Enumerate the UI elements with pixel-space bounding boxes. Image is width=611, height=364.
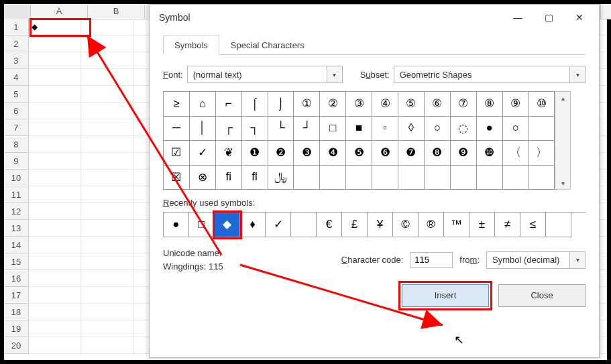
cell[interactable] [81, 253, 133, 270]
recent-symbol-cell[interactable]: ♦ [240, 213, 266, 237]
row-header[interactable]: 18 [4, 304, 29, 320]
symbol-cell[interactable]: ⑤ [398, 92, 425, 117]
cell[interactable] [29, 119, 81, 136]
symbol-cell[interactable]: ﬁ [216, 166, 242, 190]
cell[interactable] [29, 36, 81, 52]
insert-button[interactable]: Insert [402, 284, 489, 307]
row-header[interactable]: 11 [4, 186, 29, 203]
cell[interactable] [81, 69, 133, 86]
cell[interactable] [81, 320, 133, 337]
symbol-cell[interactable] [451, 166, 477, 190]
symbol-cell[interactable] [346, 166, 372, 190]
row-header[interactable]: 1 [4, 19, 29, 36]
dialog-titlebar[interactable]: Symbol — ▢ ✕ [150, 5, 599, 30]
row-header[interactable]: 8 [4, 136, 29, 153]
symbol-cell[interactable]: ③ [346, 92, 372, 117]
cell[interactable] [29, 304, 81, 320]
symbol-cell[interactable]: ⌡ [268, 92, 294, 117]
cell[interactable] [29, 170, 81, 186]
cell[interactable] [29, 287, 81, 304]
cell[interactable] [81, 270, 133, 287]
select-all-corner[interactable] [4, 4, 31, 19]
cell[interactable] [81, 103, 133, 119]
symbol-cell[interactable]: ✓ [190, 141, 216, 166]
symbol-cell[interactable]: ❹ [320, 141, 346, 166]
symbol-cell[interactable]: ● [477, 117, 503, 141]
symbol-cell[interactable] [503, 166, 529, 190]
symbol-cell[interactable]: 〈 [503, 141, 529, 166]
symbol-cell[interactable] [529, 117, 555, 141]
symbol-cell[interactable]: ┘ [294, 117, 320, 141]
symbol-cell[interactable]: ○ [503, 117, 529, 141]
cell[interactable] [29, 136, 81, 153]
symbol-cell[interactable]: ◊ [398, 117, 425, 141]
recent-symbol-cell[interactable]: ® [419, 213, 444, 237]
symbol-cell[interactable]: ⑥ [425, 92, 451, 117]
symbol-grid-scrollbar[interactable]: ▴ ▾ [555, 91, 571, 190]
font-select[interactable]: (normal text) ▾ [187, 66, 343, 83]
recent-symbol-cell[interactable]: € [317, 213, 342, 237]
symbol-cell[interactable]: ❦ [216, 141, 242, 166]
tab-symbols[interactable]: Symbols [163, 36, 219, 55]
cell[interactable] [81, 287, 133, 304]
row-header[interactable]: 19 [4, 320, 29, 337]
recent-symbol-cell[interactable]: ± [469, 213, 495, 237]
symbol-cell[interactable]: ❼ [398, 141, 425, 166]
symbol-cell[interactable]: ┐ [242, 117, 268, 141]
cell[interactable] [81, 304, 133, 320]
row-header[interactable]: 7 [4, 119, 29, 136]
recent-symbol-cell[interactable]: © [393, 213, 419, 237]
character-code-input[interactable] [410, 252, 453, 268]
col-header-b[interactable]: B [88, 4, 145, 19]
symbol-cell[interactable]: ⑧ [477, 92, 503, 117]
symbol-cell[interactable] [320, 166, 346, 190]
recent-symbol-cell[interactable]: ≤ [520, 213, 546, 237]
recent-symbol-cell[interactable]: ™ [444, 213, 469, 237]
symbol-cell[interactable] [398, 166, 425, 190]
cell[interactable] [29, 320, 81, 337]
symbol-cell[interactable]: ❻ [372, 141, 398, 166]
cell[interactable] [29, 270, 81, 287]
row-header[interactable]: 13 [4, 220, 29, 237]
symbol-cell[interactable]: 〉 [529, 141, 555, 166]
symbol-cell[interactable]: ⑩ [529, 92, 555, 117]
recent-symbol-cell[interactable]: □ [189, 213, 215, 237]
cell[interactable] [29, 203, 81, 220]
symbol-cell[interactable]: ⑨ [503, 92, 529, 117]
recent-symbol-cell[interactable]: £ [342, 213, 368, 237]
subset-select[interactable]: Geometric Shapes ▾ [394, 66, 586, 83]
symbol-cell[interactable]: ❷ [268, 141, 294, 166]
cell[interactable] [81, 237, 133, 253]
symbol-cell[interactable]: ④ [372, 92, 398, 117]
symbol-cell[interactable]: └ [268, 117, 294, 141]
scroll-down-icon[interactable]: ▾ [555, 177, 570, 189]
cell[interactable] [29, 52, 81, 69]
symbol-cell[interactable]: ② [320, 92, 346, 117]
minimize-button[interactable]: — [502, 7, 533, 27]
cell[interactable] [29, 220, 81, 237]
close-window-button[interactable]: ✕ [564, 7, 595, 27]
cell[interactable] [81, 36, 133, 52]
cell[interactable] [81, 119, 133, 136]
symbol-cell[interactable] [425, 166, 451, 190]
recent-symbol-cell[interactable] [546, 213, 571, 237]
row-header[interactable]: 6 [4, 103, 29, 119]
recent-symbol-cell[interactable]: ≠ [495, 213, 520, 237]
symbol-cell[interactable]: ▫ [372, 117, 398, 141]
symbol-cell[interactable]: ┌ [216, 117, 242, 141]
row-header[interactable]: 17 [4, 287, 29, 304]
cell[interactable] [29, 337, 81, 354]
row-header[interactable]: 14 [4, 237, 29, 253]
close-button[interactable]: Close [498, 284, 586, 307]
scroll-up-icon[interactable]: ▴ [555, 92, 570, 104]
col-header-a[interactable]: A [31, 4, 88, 19]
row-header[interactable]: 2 [4, 36, 29, 52]
symbol-cell[interactable]: ﬂ [242, 166, 268, 190]
symbol-cell[interactable] [294, 166, 320, 190]
symbol-cell[interactable]: ○ [425, 117, 451, 141]
cell[interactable] [81, 153, 133, 170]
symbol-cell[interactable]: ⑦ [451, 92, 477, 117]
symbol-cell[interactable]: ≥ [164, 92, 190, 117]
cell[interactable] [81, 52, 133, 69]
symbol-cell[interactable]: ❾ [451, 141, 477, 166]
